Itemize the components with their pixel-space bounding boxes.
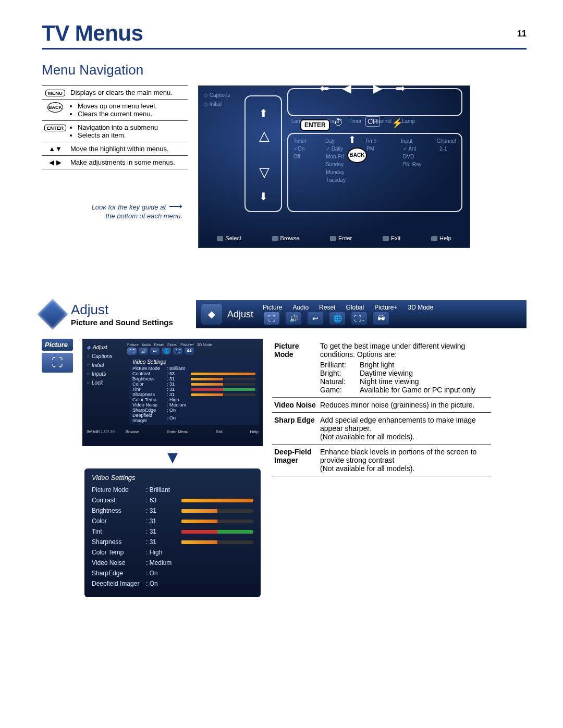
settings-description-table: Picture Mode To get the best image under… [272, 339, 491, 476]
back-desc: Moves up one menu level. Clears the curr… [69, 100, 188, 121]
adjust-title: Adjust [71, 302, 196, 318]
back-overlay-button: BACK [347, 147, 367, 163]
back-button-icon: BACK [47, 102, 63, 113]
sharp-edge-term: Sharp Edge [272, 413, 318, 445]
picture-plus-icon: ⛶₊ [351, 312, 367, 325]
nav-key-table: MENU Displays or clears the main menu. B… [42, 85, 188, 169]
picture-mode-desc: To get the best image under different vi… [318, 339, 491, 398]
look-for-key-guide-note: Look for the key guide at⟶ the bottom of… [42, 201, 188, 220]
section-menu-navigation-title: Menu Navigation [42, 62, 527, 78]
3d-mode-icon: 🕶 [373, 312, 389, 325]
content-panel-highlight: Timer Day Time Input Channel ✓On✓ DailyP… [287, 133, 462, 212]
adjust-nav-diamond-icon: ◆ [201, 304, 222, 325]
picture-badge-icon: ⛶ [42, 353, 73, 373]
picture-icon: ⛶ [264, 312, 279, 325]
menu-desc: Displays or clears the main menu. [69, 86, 188, 100]
video-noise-term: Video Noise [272, 398, 318, 413]
tv-nav-screenshot: ◇ Captions ◇ Initial ⬆ △ ▽ ⬇ ⬅ ◀ ▶ ➡ Lan… [198, 85, 470, 248]
reset-icon: ↩ [308, 312, 323, 325]
tv-footer-keyguide: Select Browse Enter Exit Help [199, 233, 470, 243]
enter-overlay-button: ENTER [300, 119, 330, 131]
picture-badge: Picture ⛶ [42, 339, 73, 373]
global-icon: 🌐 [329, 312, 345, 325]
page-number: 11 [517, 29, 527, 39]
enter-button-icon: ENTER [44, 125, 66, 131]
adjust-diamond-icon [37, 299, 68, 329]
zoom-arrow-icon: ▼ [164, 447, 181, 467]
video-noise-desc: Reduces minor noise (graininess) in the … [318, 398, 491, 413]
deepfield-desc: Enhance black levels in portions of the … [318, 445, 491, 476]
leftright-desc: Make adjustments in some menus. [69, 156, 188, 169]
video-settings-panel: Video Settings Picture Mode: BrilliantCo… [84, 468, 261, 597]
updown-desc: Move the highlight within menus. [69, 142, 188, 156]
page-title: TV Menus [42, 21, 143, 46]
vertical-nav-highlight: ⬆ △ ▽ ⬇ [244, 95, 282, 212]
adjust-bar-label: Adjust [227, 309, 253, 320]
menu-button-icon: MENU [45, 90, 65, 96]
horizontal-nav-highlight: ⬅ ◀ ▶ ➡ [287, 88, 462, 116]
updown-arrows-icon: ▲▼ [42, 142, 69, 156]
title-rule [42, 48, 527, 50]
adjust-menu-bar: ◆ Adjust PictureAudioResetGlobalPicture+… [196, 300, 527, 328]
firmware-version: V41 011.00.1a [88, 429, 115, 434]
enter-desc: Navigation into a submenu Selects an ite… [69, 121, 188, 142]
picture-mode-term: Picture Mode [272, 339, 318, 398]
adjust-full-screenshot: Adjust Captions Initial Inputs Lock Pict… [82, 339, 263, 446]
adjust-subtitle: Picture and Sound Settings [71, 318, 196, 327]
deepfield-term: Deep-Field Imager [272, 445, 318, 476]
sharp-edge-desc: Add special edge enhancements to make im… [318, 413, 491, 445]
leftright-arrows-icon: ◀ ▶ [42, 156, 69, 169]
audio-icon: 🔊 [286, 312, 301, 325]
